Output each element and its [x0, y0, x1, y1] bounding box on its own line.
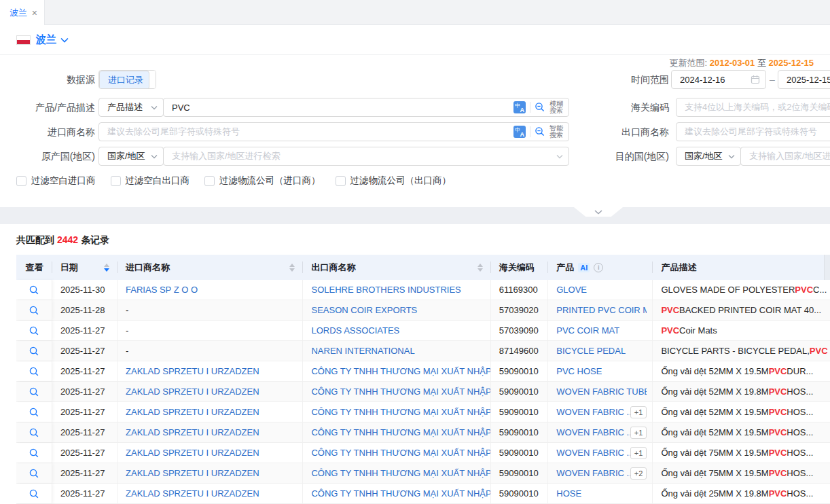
- date-from-input[interactable]: 2024-12-16: [671, 70, 766, 89]
- row-exporter[interactable]: CÔNG TY TNHH THƯƠNG MẠI XUẤT NHẬP...: [311, 386, 490, 397]
- row-importer[interactable]: ZAKLAD SPRZETU I URZADZEN: [126, 407, 259, 417]
- row-exporter[interactable]: CÔNG TY TNHH THƯƠNG MẠI XUẤT NHẬP...: [311, 448, 490, 458]
- row-product[interactable]: GLOVE: [556, 285, 587, 295]
- product-extra-badge[interactable]: +1: [630, 406, 647, 418]
- importer-name-input[interactable]: 建议去除公司尾部字符或特殊符号 中A 智能搜索: [98, 122, 569, 141]
- view-detail-search-icon[interactable]: [29, 407, 39, 418]
- row-exporter[interactable]: CÔNG TY TNHH THƯƠNG MẠI XUẤT NHẬP...: [311, 488, 490, 499]
- row-product[interactable]: WOVEN FABRIC ...: [556, 427, 630, 437]
- exporter-name-input[interactable]: 建议去除公司尾部字符或特殊符号: [676, 122, 830, 141]
- view-cell[interactable]: [16, 484, 52, 503]
- row-importer[interactable]: ZAKLAD SPRZETU I URZADZEN: [126, 488, 259, 499]
- row-product[interactable]: PVC HOSE: [556, 366, 602, 376]
- col-date[interactable]: 日期: [52, 255, 118, 280]
- view-cell[interactable]: [16, 321, 52, 340]
- checkbox-icon[interactable]: [204, 176, 215, 186]
- sort-caret-down-icon[interactable]: [477, 268, 483, 272]
- destination-country-input[interactable]: 支持输入国家/地区进行检索: [740, 147, 830, 166]
- view-detail-search-icon[interactable]: [29, 468, 39, 479]
- fuzzy-search-label[interactable]: 模糊搜索: [549, 101, 563, 114]
- sort-caret-up-icon[interactable]: [477, 264, 483, 267]
- row-product[interactable]: WOVEN FABRIC ...: [556, 448, 630, 458]
- view-cell[interactable]: [16, 361, 52, 381]
- radio-import-records[interactable]: 进口记录: [99, 71, 149, 89]
- view-cell[interactable]: [16, 443, 52, 463]
- row-importer[interactable]: ZAKLAD SPRZETU I URZADZEN: [126, 427, 259, 437]
- view-cell[interactable]: [16, 341, 52, 361]
- hs-code-input[interactable]: 支持4位以上海关编码，或2位海关编码加: [676, 98, 830, 117]
- view-detail-search-icon[interactable]: [29, 325, 39, 336]
- row-importer[interactable]: ZAKLAD SPRZETU I URZADZEN: [126, 366, 259, 376]
- row-exporter[interactable]: CÔNG TY TNHH THƯƠNG MẠI XUẤT NHẬP...: [311, 366, 490, 376]
- sort-caret-up-icon[interactable]: [289, 264, 295, 267]
- exporter-sorter[interactable]: [477, 264, 483, 272]
- destination-country-select[interactable]: 国家/地区: [676, 147, 741, 166]
- view-detail-search-icon[interactable]: [29, 366, 39, 377]
- view-cell[interactable]: [16, 280, 52, 300]
- view-cell[interactable]: [16, 402, 52, 422]
- tab-close-icon[interactable]: ×: [32, 8, 37, 18]
- col-importer[interactable]: 进口商名称: [118, 255, 303, 280]
- row-exporter[interactable]: NAREN INTERNATIONAL: [311, 346, 414, 356]
- chevron-down-icon[interactable]: [60, 37, 69, 43]
- checkbox-filter-logistics-importer[interactable]: 过滤物流公司（进口商）: [204, 175, 321, 187]
- checkbox-filter-blank-importer[interactable]: 过滤空白进口商: [16, 175, 96, 187]
- translate-icon[interactable]: 中A: [513, 126, 526, 138]
- view-detail-search-icon[interactable]: [29, 386, 39, 397]
- fuzzy-search-icon[interactable]: [535, 102, 545, 113]
- row-product[interactable]: WOVEN FABRIC ...: [556, 407, 630, 417]
- row-exporter[interactable]: SOLEHRE BROTHERS INDUSTRIES: [311, 285, 461, 295]
- importer-sorter[interactable]: [289, 264, 295, 272]
- product-type-select[interactable]: 产品描述: [98, 98, 164, 117]
- row-product[interactable]: WOVEN FABRIC TUBE: [556, 386, 647, 397]
- smart-search-icon[interactable]: [535, 126, 545, 137]
- checkbox-filter-blank-exporter[interactable]: 过滤空白出口商: [111, 175, 190, 187]
- row-importer[interactable]: ZAKLAD SPRZETU I URZADZEN: [126, 386, 259, 397]
- row-product[interactable]: PVC COIR MAT: [556, 325, 619, 336]
- row-exporter[interactable]: LORDS ASSOCIATES: [311, 325, 399, 336]
- view-cell[interactable]: [16, 422, 52, 442]
- smart-search-label[interactable]: 智能搜索: [549, 125, 563, 139]
- view-cell[interactable]: [16, 300, 52, 320]
- checkbox-icon[interactable]: [336, 176, 346, 186]
- origin-country-input[interactable]: 支持输入国家/地区进行检索: [163, 147, 569, 166]
- product-extra-badge[interactable]: +1: [630, 447, 647, 459]
- row-product[interactable]: BICYCLE PEDAL: [556, 346, 626, 356]
- row-importer[interactable]: ZAKLAD SPRZETU I URZADZEN: [126, 448, 259, 458]
- view-detail-search-icon[interactable]: [29, 427, 39, 438]
- view-detail-search-icon[interactable]: [29, 346, 39, 357]
- scrollbar-gutter[interactable]: [824, 255, 830, 280]
- checkbox-icon[interactable]: [111, 176, 121, 186]
- translate-icon[interactable]: 中A: [513, 101, 526, 113]
- row-product[interactable]: WOVEN FABRIC ...: [556, 468, 630, 478]
- row-exporter[interactable]: CÔNG TY TNHH THƯƠNG MẠI XUẤT NHẬP...: [311, 407, 490, 417]
- date-sorter[interactable]: [104, 264, 109, 272]
- row-exporter[interactable]: CÔNG TY TNHH THƯƠNG MẠI XUẤT NHẬP...: [311, 468, 490, 478]
- row-exporter[interactable]: SEASON COIR EXPORTS: [311, 305, 417, 315]
- view-detail-search-icon[interactable]: [29, 488, 39, 499]
- country-name[interactable]: 波兰: [36, 33, 56, 46]
- row-importer[interactable]: ZAKLAD SPRZETU I URZADZEN: [126, 468, 259, 478]
- row-product[interactable]: HOSE: [556, 488, 581, 499]
- sort-caret-down-icon[interactable]: [104, 268, 109, 272]
- product-extra-badge[interactable]: +1: [630, 427, 647, 439]
- sort-caret-down-icon[interactable]: [289, 268, 295, 272]
- tab-poland[interactable]: 波兰 ×: [0, 0, 45, 25]
- date-to-input[interactable]: 2025-12-15: [778, 70, 830, 89]
- row-product[interactable]: PRINTED PVC COIR M...: [556, 305, 647, 315]
- checkbox-icon[interactable]: [16, 176, 26, 186]
- checkbox-filter-logistics-exporter[interactable]: 过滤物流公司（出口商）: [336, 175, 452, 187]
- col-exporter[interactable]: 出口商名称: [303, 255, 490, 280]
- view-cell[interactable]: [16, 382, 52, 401]
- view-detail-search-icon[interactable]: [29, 305, 39, 316]
- row-importer[interactable]: -: [126, 305, 128, 315]
- origin-country-select[interactable]: 国家/地区: [98, 147, 164, 166]
- row-importer[interactable]: -: [126, 325, 128, 336]
- row-exporter[interactable]: CÔNG TY TNHH THƯƠNG MẠI XUẤT NHẬP...: [311, 427, 490, 437]
- info-icon[interactable]: i: [594, 263, 603, 272]
- view-detail-search-icon[interactable]: [29, 285, 39, 295]
- view-detail-search-icon[interactable]: [29, 448, 39, 458]
- sort-caret-up-icon[interactable]: [104, 264, 109, 267]
- view-cell[interactable]: [16, 463, 52, 483]
- row-importer[interactable]: -: [126, 346, 128, 356]
